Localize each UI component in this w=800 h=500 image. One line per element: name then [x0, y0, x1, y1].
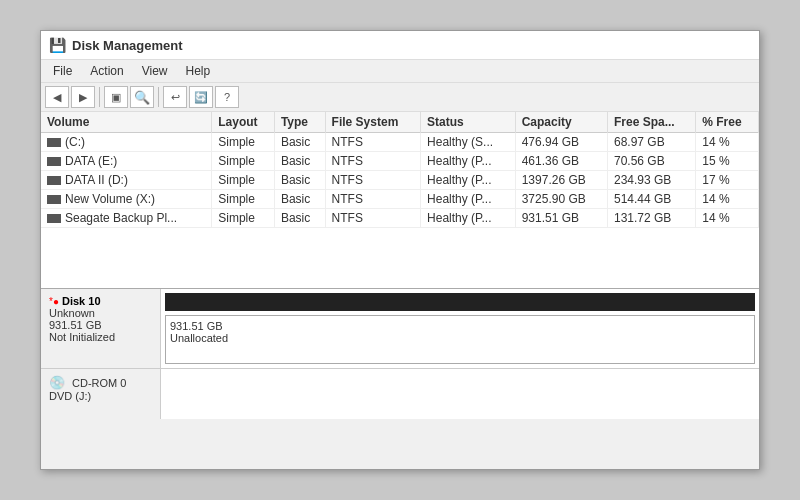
col-capacity: Capacity	[515, 112, 607, 133]
cell-type: Basic	[274, 133, 325, 152]
disk10-unallocated-label: Unallocated	[170, 332, 750, 344]
disk10-bar	[165, 293, 755, 311]
cdrom-body	[161, 369, 759, 419]
cell-free: 70.56 GB	[607, 152, 695, 171]
disk10-type: Unknown	[49, 307, 152, 319]
disk10-row: *● Disk 10 Unknown 931.51 GB Not Initial…	[41, 289, 759, 369]
cell-layout: Simple	[212, 133, 275, 152]
col-filesystem: File System	[325, 112, 420, 133]
disk10-state: Not Initialized	[49, 331, 152, 343]
back-button[interactable]: ◀	[45, 86, 69, 108]
toolbar-separator-2	[158, 87, 159, 107]
volume-table: Volume Layout Type File System Status Ca…	[41, 112, 759, 228]
search-button[interactable]: 🔍	[130, 86, 154, 108]
cell-status: Healthy (P...	[421, 171, 516, 190]
table-row: (C:) Simple Basic NTFS Healthy (S... 476…	[41, 133, 759, 152]
cell-capacity: 461.36 GB	[515, 152, 607, 171]
cell-status: Healthy (P...	[421, 190, 516, 209]
cell-pct: 14 %	[696, 133, 759, 152]
disk10-unallocated: 931.51 GB Unallocated	[165, 315, 755, 364]
undo-button[interactable]: ↩	[163, 86, 187, 108]
cell-layout: Simple	[212, 171, 275, 190]
menu-view[interactable]: View	[134, 62, 176, 80]
cdrom-label: 💿 CD-ROM 0 DVD (J:)	[41, 369, 161, 419]
cell-volume: New Volume (X:)	[41, 190, 212, 209]
col-volume: Volume	[41, 112, 212, 133]
view-button[interactable]: ▣	[104, 86, 128, 108]
disk10-body: 931.51 GB Unallocated	[161, 289, 759, 368]
table-row: DATA (E:) Simple Basic NTFS Healthy (P..…	[41, 152, 759, 171]
col-status: Status	[421, 112, 516, 133]
cdrom-type: DVD (J:)	[49, 390, 152, 402]
disk10-marker: *●	[49, 296, 59, 307]
table-row: Seagate Backup Pl... Simple Basic NTFS H…	[41, 209, 759, 228]
cell-type: Basic	[274, 190, 325, 209]
cell-layout: Simple	[212, 152, 275, 171]
table-header-row: Volume Layout Type File System Status Ca…	[41, 112, 759, 133]
cell-volume: DATA II (D:)	[41, 171, 212, 190]
disk10-name: Disk 10	[62, 295, 101, 307]
col-freespace: Free Spa...	[607, 112, 695, 133]
table-row: DATA II (D:) Simple Basic NTFS Healthy (…	[41, 171, 759, 190]
window-title: Disk Management	[72, 38, 183, 53]
disk10-size: 931.51 GB	[49, 319, 152, 331]
cell-fs: NTFS	[325, 152, 420, 171]
cell-pct: 15 %	[696, 152, 759, 171]
cell-type: Basic	[274, 152, 325, 171]
help-icon-button[interactable]: ?	[215, 86, 239, 108]
cell-volume: DATA (E:)	[41, 152, 212, 171]
cell-volume: Seagate Backup Pl...	[41, 209, 212, 228]
col-pctfree: % Free	[696, 112, 759, 133]
menu-action[interactable]: Action	[82, 62, 131, 80]
main-content: Volume Layout Type File System Status Ca…	[41, 112, 759, 419]
menu-file[interactable]: File	[45, 62, 80, 80]
cell-fs: NTFS	[325, 209, 420, 228]
table-empty-area	[41, 228, 759, 288]
volume-table-section: Volume Layout Type File System Status Ca…	[41, 112, 759, 289]
cell-capacity: 1397.26 GB	[515, 171, 607, 190]
cell-pct: 17 %	[696, 171, 759, 190]
cdrom-row: 💿 CD-ROM 0 DVD (J:)	[41, 369, 759, 419]
disk-section: *● Disk 10 Unknown 931.51 GB Not Initial…	[41, 289, 759, 419]
cell-capacity: 3725.90 GB	[515, 190, 607, 209]
refresh-button[interactable]: 🔄	[189, 86, 213, 108]
menu-bar: File Action View Help	[41, 60, 759, 83]
forward-button[interactable]: ▶	[71, 86, 95, 108]
cell-status: Healthy (P...	[421, 209, 516, 228]
cell-pct: 14 %	[696, 209, 759, 228]
disk-management-window: 💾 Disk Management File Action View Help …	[40, 30, 760, 470]
cell-pct: 14 %	[696, 190, 759, 209]
toolbar: ◀ ▶ ▣ 🔍 ↩ 🔄 ?	[41, 83, 759, 112]
cell-status: Healthy (S...	[421, 133, 516, 152]
cell-capacity: 476.94 GB	[515, 133, 607, 152]
app-icon: 💾	[49, 37, 66, 53]
title-bar: 💾 Disk Management	[41, 31, 759, 60]
cell-free: 514.44 GB	[607, 190, 695, 209]
cell-free: 131.72 GB	[607, 209, 695, 228]
cell-fs: NTFS	[325, 190, 420, 209]
disk10-label: *● Disk 10 Unknown 931.51 GB Not Initial…	[41, 289, 161, 368]
col-type: Type	[274, 112, 325, 133]
col-layout: Layout	[212, 112, 275, 133]
cell-type: Basic	[274, 171, 325, 190]
menu-help[interactable]: Help	[178, 62, 219, 80]
cdrom-name: CD-ROM 0	[72, 377, 126, 389]
cell-layout: Simple	[212, 209, 275, 228]
cell-volume: (C:)	[41, 133, 212, 152]
cell-layout: Simple	[212, 190, 275, 209]
cell-free: 68.97 GB	[607, 133, 695, 152]
cell-fs: NTFS	[325, 133, 420, 152]
cell-fs: NTFS	[325, 171, 420, 190]
cdrom-icon: 💿	[49, 375, 65, 390]
toolbar-separator-1	[99, 87, 100, 107]
table-row: New Volume (X:) Simple Basic NTFS Health…	[41, 190, 759, 209]
cell-status: Healthy (P...	[421, 152, 516, 171]
cell-type: Basic	[274, 209, 325, 228]
cell-capacity: 931.51 GB	[515, 209, 607, 228]
disk10-unallocated-size: 931.51 GB	[170, 320, 750, 332]
cell-free: 234.93 GB	[607, 171, 695, 190]
